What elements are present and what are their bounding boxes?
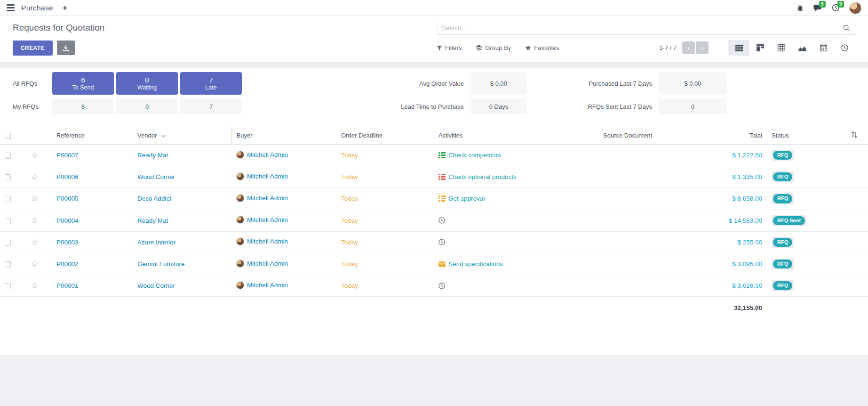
vendor-link[interactable]: Azure Interior	[137, 239, 175, 246]
search-icon[interactable]	[843, 24, 850, 32]
rfq-row[interactable]: ☆ P00007 Ready Mat Mitchell Admin Today	[0, 145, 868, 166]
header-reference[interactable]: Reference	[52, 127, 133, 145]
row-checkbox[interactable]	[5, 261, 11, 268]
rfq-row[interactable]: ☆ P00006 Wood Corner Mitchell Admin Toda…	[0, 166, 868, 188]
filters-button[interactable]: Filters	[437, 44, 462, 51]
activity-cell[interactable]: Check optional products	[438, 173, 594, 180]
select-all-checkbox[interactable]	[5, 133, 11, 139]
vendor-link[interactable]: Wood Corner	[137, 173, 175, 180]
activity-cell[interactable]	[438, 283, 594, 289]
tile-waiting[interactable]: 0 Waiting	[116, 72, 178, 95]
user-avatar[interactable]	[849, 2, 861, 14]
reference-link[interactable]: P00005	[56, 195, 79, 202]
rfq-row[interactable]: ☆ P00005 Deco Addict Mitchell Admin Toda…	[0, 188, 868, 210]
tile-late[interactable]: 7 Late	[180, 72, 242, 95]
all-rfqs-label[interactable]: All RFQs	[13, 80, 52, 87]
reference-link[interactable]: P00002	[56, 260, 79, 268]
debug-bug-icon[interactable]	[796, 4, 804, 12]
my-late-value[interactable]: 7	[180, 98, 242, 114]
reference-link[interactable]: P00004	[56, 217, 79, 224]
activity-cell[interactable]: Send specifications	[438, 260, 594, 268]
pager-next-button[interactable]: ›	[696, 41, 709, 54]
buyer-link[interactable]: Mitchell Admin	[247, 216, 288, 223]
buyer-link[interactable]: Mitchell Admin	[247, 282, 288, 289]
activity-label[interactable]: Check competitors	[448, 152, 501, 159]
rfq-row[interactable]: ☆ P00001 Wood Corner Mitchell Admin Toda…	[0, 275, 868, 297]
favorite-star-icon[interactable]: ☆	[31, 260, 38, 268]
rfq-row[interactable]: ☆ P00002 Gemini Furniture Mitchell Admin…	[0, 253, 868, 275]
activity-cell[interactable]	[438, 239, 594, 245]
list-view-button[interactable]	[728, 40, 749, 56]
pager-previous-button[interactable]: ‹	[682, 41, 695, 54]
activities-clock-icon[interactable]: 9	[832, 4, 840, 12]
reference-link[interactable]: P00003	[56, 239, 79, 246]
favorite-star-icon[interactable]: ☆	[31, 216, 38, 225]
vendor-link[interactable]: Ready Mat	[137, 217, 168, 224]
favorite-star-icon[interactable]: ☆	[31, 194, 38, 203]
purchase-dashboard: All RFQs My RFQs 6 To Send 0 Waiting 7 L…	[0, 68, 868, 127]
favorites-button[interactable]: Favorites	[525, 44, 559, 51]
row-checkbox[interactable]	[5, 196, 11, 202]
status-badge: RFQ	[773, 238, 792, 247]
buyer-link[interactable]: Mitchell Admin	[247, 195, 288, 202]
row-checkbox[interactable]	[5, 218, 11, 224]
buyer-link[interactable]: Mitchell Admin	[247, 151, 288, 158]
favorite-star-icon[interactable]: ☆	[31, 281, 38, 290]
dashboard-clock-icon	[841, 44, 848, 51]
buyer-link[interactable]: Mitchell Admin	[247, 173, 288, 180]
vendor-link[interactable]: Wood Corner	[137, 282, 175, 289]
header-status[interactable]: Status	[767, 127, 833, 145]
reference-link[interactable]: P00006	[56, 173, 79, 180]
my-to-send-value[interactable]: 6	[52, 98, 114, 114]
plus-tab-icon[interactable]: +	[63, 3, 67, 13]
pager-value: 1-7 / 7	[659, 44, 677, 51]
row-checkbox[interactable]	[5, 153, 11, 159]
row-checkbox[interactable]	[5, 174, 11, 180]
vendor-link[interactable]: Gemini Furniture	[137, 260, 185, 268]
pivot-view-button[interactable]	[771, 40, 792, 56]
export-button[interactable]	[57, 41, 75, 55]
messages-icon[interactable]: 5	[813, 4, 822, 12]
favorite-star-icon[interactable]: ☆	[31, 172, 38, 181]
header-buyer[interactable]: Buyer	[231, 127, 336, 145]
header-vendor[interactable]: Vendor	[133, 127, 231, 145]
vendor-link[interactable]: Ready Mat	[137, 152, 168, 159]
row-checkbox[interactable]	[5, 283, 11, 289]
tile-to-send[interactable]: 6 To Send	[52, 72, 114, 95]
graph-view-button[interactable]	[792, 40, 813, 56]
header-source-document[interactable]: Source Document	[598, 127, 685, 145]
header-total[interactable]: Total	[685, 127, 767, 145]
row-checkbox[interactable]	[5, 240, 11, 246]
app-name[interactable]: Purchase	[21, 4, 53, 12]
optional-columns-icon[interactable]	[851, 131, 858, 138]
vendor-link[interactable]: Deco Addict	[137, 195, 171, 202]
header-activities[interactable]: Activities	[434, 127, 598, 145]
buyer-link[interactable]: Mitchell Admin	[247, 260, 288, 267]
search-input[interactable]	[442, 24, 843, 32]
activity-label[interactable]: Check optional products	[448, 173, 517, 180]
reference-link[interactable]: P00007	[56, 152, 79, 159]
header-order-deadline[interactable]: Order Deadline	[336, 127, 434, 145]
filter-funnel-icon	[437, 45, 442, 51]
activity-cell[interactable]	[438, 217, 594, 224]
my-waiting-value[interactable]: 0	[116, 98, 178, 114]
rfq-row[interactable]: ☆ P00003 Azure Interior Mitchell Admin T…	[0, 231, 868, 253]
calendar-view-button[interactable]	[813, 40, 834, 56]
favorite-star-icon[interactable]: ☆	[31, 151, 38, 160]
rfq-row[interactable]: ☆ P00004 Ready Mat Mitchell Admin Today	[0, 210, 868, 231]
search-bar[interactable]	[437, 21, 855, 35]
dashboard-view-button[interactable]	[834, 40, 855, 56]
activity-cell[interactable]: Check competitors	[438, 152, 594, 159]
kanban-view-button[interactable]	[749, 40, 771, 56]
activity-label[interactable]: Send specifications	[448, 260, 503, 268]
apps-menu-icon[interactable]	[7, 4, 15, 11]
create-button[interactable]: CREATE	[13, 41, 53, 56]
my-rfqs-label[interactable]: My RFQs	[13, 103, 52, 110]
favorite-star-icon[interactable]: ☆	[31, 238, 38, 247]
group-by-button[interactable]: Group By	[476, 44, 511, 51]
reference-link[interactable]: P00001	[56, 282, 79, 289]
total-value: $ 14,563.00	[685, 210, 767, 231]
activity-label[interactable]: Get approval	[448, 195, 485, 202]
buyer-link[interactable]: Mitchell Admin	[247, 238, 288, 245]
activity-cell[interactable]: Get approval	[438, 195, 594, 202]
